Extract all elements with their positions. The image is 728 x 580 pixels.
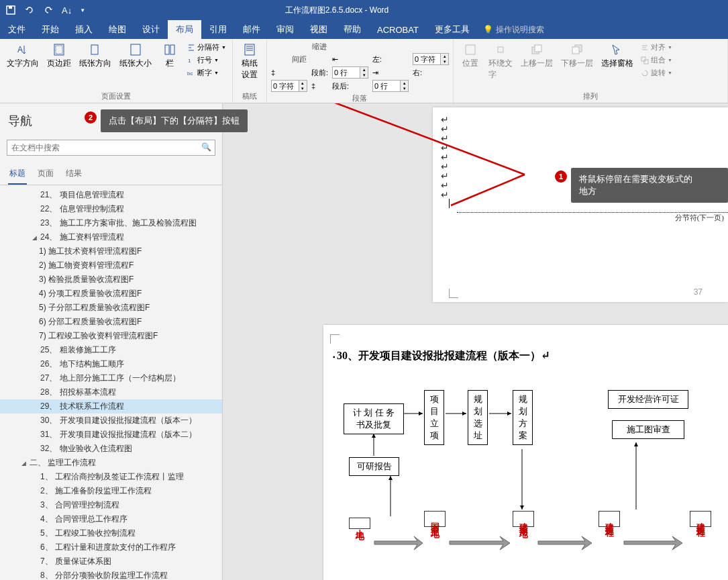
tree-item[interactable]: 4) 分项工程质量验收流程图F [0, 287, 222, 301]
manuscript-group-label: 稿纸 [237, 90, 262, 101]
navigation-pane: 导航 🔍 标题页面结果 21、 项目信息管理流程22、 信息管理控制流程23、 … [0, 103, 223, 580]
size-label: 纸张大小 [119, 58, 152, 69]
tree-item[interactable]: 27、 地上部分施工工序（一个结构层） [0, 371, 222, 385]
tree-item[interactable]: 4、 合同管理总工作程序 [0, 512, 222, 526]
size-button[interactable]: 纸张大小 [117, 42, 154, 70]
menu-审阅[interactable]: 审阅 [268, 20, 302, 39]
ribbon: A文字方向 页边距 纸张方向 纸张大小 栏 分隔符▼ 1行号▼ bc断字▼ 页面… [0, 39, 728, 103]
callout-2-number: 2 [85, 111, 97, 124]
columns-label: 栏 [166, 58, 174, 69]
document-area[interactable]: ↵↵↵ ↵↵↵ ↵↵↵ 分节符(下一页) 37 30、开发项目建设报批报建流程（… [223, 103, 728, 580]
search-input[interactable] [7, 140, 215, 156]
tree-item[interactable]: 6) 分部工程质量验收流程图F [0, 315, 222, 329]
forward-button[interactable]: 上移一层 [518, 42, 556, 70]
undo-icon[interactable] [24, 5, 35, 15]
save-icon[interactable] [5, 5, 16, 15]
svg-rect-19 [644, 60, 648, 64]
spacing-after-input[interactable]: ▴▾ [372, 80, 409, 92]
orientation-button[interactable]: 纸张方向 [76, 42, 114, 70]
line-numbers-button[interactable]: 1行号▼ [185, 54, 228, 66]
flow-box-plan: 计 划 任 务 书及批复 [344, 403, 404, 434]
svg-rect-8 [170, 45, 174, 54]
svg-rect-13 [498, 47, 503, 52]
font-indicator[interactable]: A↓ [62, 5, 72, 15]
tree-item[interactable]: 31、 开发项目建设报批报建流程（版本二） [0, 428, 222, 442]
columns-button[interactable]: 栏 [157, 42, 183, 70]
backward-button[interactable]: 下移一层 [558, 42, 596, 70]
tree-item[interactable]: 21、 项目信息管理流程 [0, 188, 222, 202]
tree-item[interactable]: 1) 施工技术资料管理流程图F [0, 244, 222, 258]
tree-item[interactable]: ◢24、 施工资料管理流程 [0, 230, 222, 244]
tree-item[interactable]: 2) 施工物资资料管理流程F [0, 258, 222, 273]
tree-item[interactable]: 5、 工程竣工验收控制流程 [0, 526, 222, 540]
group-button[interactable]: 组合▼ [639, 54, 674, 66]
tree-item[interactable]: 29、 技术联系工作流程 [0, 399, 222, 414]
menu-引用[interactable]: 引用 [201, 20, 235, 39]
hyphenation-button[interactable]: bc断字▼ [185, 67, 228, 79]
menu-设计[interactable]: 设计 [134, 20, 168, 39]
menu-开始[interactable]: 开始 [34, 20, 67, 39]
nav-tabs: 标题页面结果 [0, 161, 222, 185]
tree-item[interactable]: 6、 工程计量和进度款支付的工作程序 [0, 540, 222, 554]
menu-bar: 文件开始插入绘图设计布局引用邮件审阅视图帮助ACROBAT更多工具💡操作说明搜索 [0, 20, 728, 39]
indent-right-input[interactable]: ▴▾ [271, 80, 307, 92]
tree-item[interactable]: 3) 检验批质量验收流程图F [0, 273, 222, 287]
flow-box-review: 施工图审查 [612, 420, 684, 439]
menu-ACROBAT[interactable]: ACROBAT [369, 20, 427, 39]
spacing-before-input[interactable]: ▴▾ [332, 66, 368, 79]
nav-tab-页面[interactable]: 页面 [36, 165, 55, 185]
menu-绘图[interactable]: 绘图 [101, 20, 134, 39]
breaks-button[interactable]: 分隔符▼ [185, 42, 228, 53]
nav-tab-标题[interactable]: 标题 [8, 165, 27, 185]
tree-item[interactable]: 7、 质量保证体系图 [0, 554, 222, 569]
search-icon[interactable]: 🔍 [201, 142, 211, 152]
tree-item[interactable]: ◢二、 监理工作流程 [0, 456, 222, 470]
tree-item[interactable]: 22、 信息管理控制流程 [0, 202, 222, 216]
tree-item[interactable]: 5) 子分部工程质量验收流程图F [0, 301, 222, 315]
qat-dropdown-icon[interactable]: ▼ [80, 7, 85, 13]
tree-item[interactable]: 23、 施工工序方案审批、施工及检验流程图 [0, 216, 222, 230]
callout-1: 将鼠标停留在需要改变板式的 地方 [571, 168, 728, 203]
menu-视图[interactable]: 视图 [302, 20, 335, 39]
title-bar: A↓ ▼ 工作流程图2.6.5.docx - Word [0, 0, 728, 20]
align-button[interactable]: 对齐▼ [639, 42, 674, 53]
tree-item[interactable]: 8、 分部分项验收阶段监理工作流程 [0, 569, 222, 580]
text-direction-button[interactable]: A文字方向 [4, 42, 42, 70]
manuscript-button[interactable]: 稿纸 设置 [237, 42, 262, 82]
tree-item[interactable]: 30、 开发项目建设报批报建流程（版本一） [0, 414, 222, 428]
menu-插入[interactable]: 插入 [67, 20, 101, 39]
tree-item[interactable]: 26、 地下结构施工顺序 [0, 357, 222, 371]
tree-item[interactable]: 1、 工程洽商控制及签证工作流程丨监理 [0, 470, 222, 484]
svg-rect-11 [245, 44, 254, 55]
wrap-button[interactable]: 环绕文 字 [486, 42, 515, 82]
svg-rect-4 [56, 46, 62, 54]
menu-布局[interactable]: 布局 [168, 20, 201, 39]
nav-tree[interactable]: 21、 项目信息管理流程22、 信息管理控制流程23、 施工工序方案审批、施工及… [0, 185, 222, 580]
tree-item[interactable]: 7) 工程竣工验收资料管理流程图F [0, 329, 222, 343]
selection-pane-button[interactable]: 选择窗格 [599, 42, 636, 70]
tree-item[interactable]: 32、 物业验收入住流程图 [0, 442, 222, 456]
spacing-before-icon: ‡ [271, 68, 307, 77]
menu-帮助[interactable]: 帮助 [335, 20, 369, 39]
flow-box-site: 规 划 选 址 [468, 390, 488, 445]
menu-邮件[interactable]: 邮件 [235, 20, 268, 39]
menu-更多工具[interactable]: 更多工具 [427, 20, 478, 39]
tell-me[interactable]: 💡操作说明搜索 [483, 20, 544, 39]
menu-文件[interactable]: 文件 [0, 20, 34, 39]
svg-rect-15 [535, 45, 541, 52]
tree-item[interactable]: 28、 招投标基本流程 [0, 385, 222, 399]
text-direction-label: 文字方向 [7, 58, 39, 69]
position-button[interactable]: 位置 [458, 42, 483, 70]
nav-search[interactable]: 🔍 [7, 140, 215, 156]
tree-item[interactable]: 2、 施工准备阶段监理工作流程 [0, 484, 222, 498]
redo-icon[interactable] [43, 5, 54, 15]
rotate-button[interactable]: 旋转▼ [639, 67, 674, 79]
flow-box-r5: 建 设 工 程 [690, 511, 711, 527]
nav-tab-结果[interactable]: 结果 [64, 165, 83, 185]
tree-item[interactable]: 3、 合同管理控制流程 [0, 498, 222, 512]
margins-button[interactable]: 页边距 [44, 42, 74, 70]
tree-item[interactable]: 25、 粗装修施工工序 [0, 343, 222, 357]
indent-left-input[interactable]: ▴▾ [413, 53, 449, 65]
pagesetup-group-label: 页面设置 [4, 90, 228, 101]
manuscript-label: 稿纸 设置 [242, 58, 258, 81]
